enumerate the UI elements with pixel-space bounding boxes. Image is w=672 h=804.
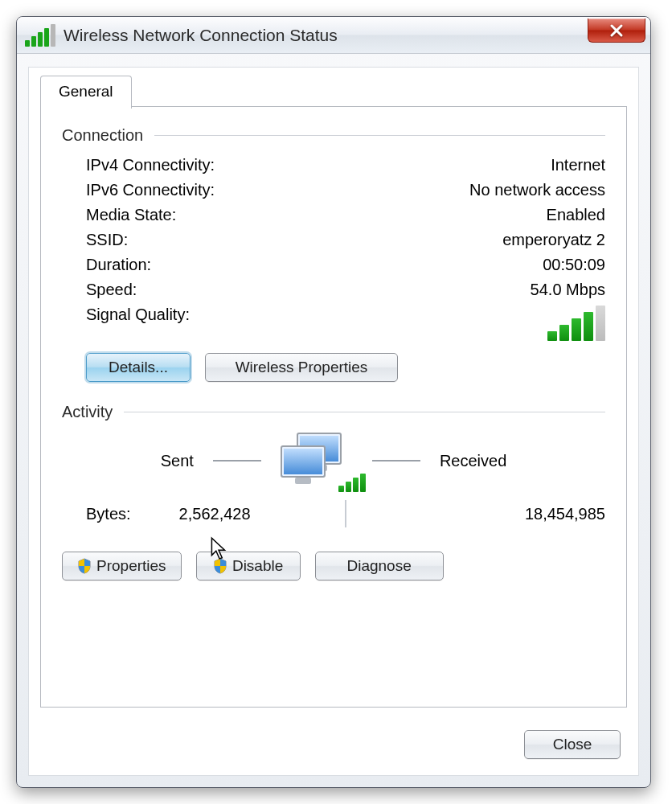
uac-shield-icon [213,558,227,574]
group-connection-title: Connection [62,126,143,145]
label-ipv6: IPv6 Connectivity: [86,181,215,199]
value-media-state: Enabled [547,206,605,224]
window-title: Wireless Network Connection Status [64,26,338,45]
divider [154,135,605,136]
uac-shield-icon [77,558,92,574]
connection-buttons: Details... Wireless Properties [62,348,605,382]
signal-icon [25,24,55,47]
value-bytes-received: 18,454,985 [346,505,605,523]
tab-general[interactable]: General [40,76,132,109]
value-speed: 54.0 Mbps [531,281,605,299]
label-ipv4: IPv4 Connectivity: [86,156,215,174]
properties-button-label: Properties [96,557,166,575]
activity-graphic-row: Sent Received [62,429,605,494]
divider [124,412,605,412]
dialog-footer: Close [524,730,621,759]
close-icon [609,23,624,38]
row-ipv4: IPv4 Connectivity: Internet [62,153,605,178]
tabstrip: General [40,76,132,109]
divider [213,460,261,461]
signal-icon [338,474,366,492]
value-ipv4: Internet [551,156,605,174]
label-speed: Speed: [86,281,137,299]
titlebar[interactable]: Wireless Network Connection Status [17,17,650,54]
client-area: General Connection IPv4 Connectivity: In… [28,67,639,776]
group-connection-header: Connection [62,126,605,145]
row-ipv6: IPv6 Connectivity: No network access [62,178,605,203]
label-signal-quality: Signal Quality: [86,306,190,324]
diagnose-button[interactable]: Diagnose [315,552,444,580]
row-bytes: Bytes: 2,562,428 18,454,985 [62,494,605,532]
row-ssid: SSID: emperoryatz 2 [62,228,605,252]
details-button[interactable]: Details... [86,353,191,382]
divider [372,460,420,461]
label-received: Received [440,452,506,470]
close-window-button[interactable] [588,18,645,43]
signal-quality-bars-icon [547,306,605,341]
disable-button[interactable]: Disable [196,552,301,580]
value-bytes-sent: 2,562,428 [179,505,251,523]
row-signal-quality: Signal Quality: [62,302,605,348]
label-sent: Sent [161,452,194,470]
close-button[interactable]: Close [524,730,621,759]
tab-page-general: Connection IPv4 Connectivity: Internet I… [40,106,627,708]
dialog-window: Wireless Network Connection Status Gener… [16,16,651,788]
row-duration: Duration: 00:50:09 [62,252,605,277]
network-computers-icon [281,433,353,489]
group-activity-title: Activity [62,403,113,421]
activity-buttons: Properties Disable Diagnose [62,532,605,580]
group-activity-header: Activity [62,403,605,421]
wireless-properties-button[interactable]: Wireless Properties [205,353,398,382]
value-ipv6: No network access [469,181,605,199]
value-ssid: emperoryatz 2 [502,231,605,249]
row-speed: Speed: 54.0 Mbps [62,277,605,302]
label-bytes: Bytes: [86,505,131,523]
label-media-state: Media State: [86,206,176,224]
disable-button-label: Disable [232,557,283,575]
properties-button[interactable]: Properties [62,552,182,580]
row-media-state: Media State: Enabled [62,203,605,228]
label-duration: Duration: [86,256,151,274]
value-duration: 00:50:09 [543,256,605,274]
label-ssid: SSID: [86,231,128,249]
